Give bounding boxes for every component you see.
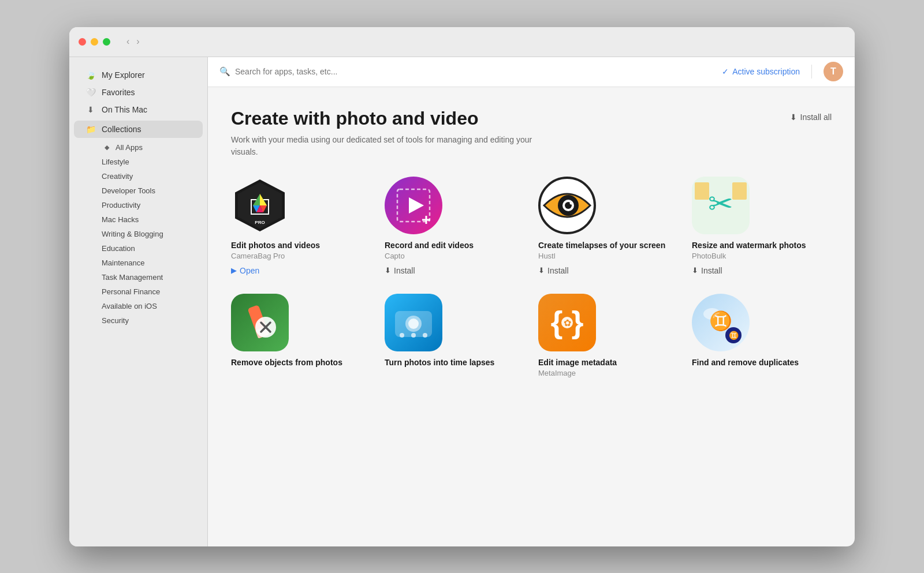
sidebar-label-security: Security [102, 316, 129, 325]
minimize-button[interactable] [91, 38, 98, 46]
app-name-4: Remove objects from photos [231, 357, 371, 368]
user-avatar[interactable]: T [824, 62, 843, 81]
app-card-name-0: Edit photos and videos CameraBag Pro [231, 240, 371, 260]
sidebar-item-security[interactable]: Security [74, 313, 203, 328]
sidebar-label-creativity: Creativity [102, 172, 133, 181]
photobulk-icon-svg: ✂ [692, 177, 750, 234]
sidebar-label-available-on-ios: Available on iOS [102, 302, 157, 310]
sidebar-label-all-apps: All Apps [116, 143, 143, 152]
sidebar-item-maintenance[interactable]: Maintenance [74, 256, 203, 270]
sidebar-label-on-this-mac: On This Mac [102, 105, 147, 114]
app-card-name-5: Turn photos into time lapses [385, 357, 524, 368]
close-button[interactable] [79, 38, 86, 46]
app-card-find-duplicates: ♊ ♊ Find and remove duplicates [692, 294, 832, 377]
camerabag-pro-icon-svg: PRO [231, 177, 289, 234]
app-action-0[interactable]: ▶ Open [231, 266, 371, 275]
sidebar-item-on-this-mac[interactable]: ⬇ On This Mac [74, 101, 203, 118]
nav-arrows: ‹ › [124, 35, 142, 48]
sidebar-label-writing-blogging: Writing & Blogging [102, 230, 163, 238]
app-action-3[interactable]: ⬇ Install [692, 266, 832, 275]
sidebar-item-personal-finance[interactable]: Personal Finance [74, 284, 203, 299]
sidebar-item-all-apps[interactable]: ◆ All Apps [74, 140, 203, 155]
app-card-name-2: Create timelapses of your screen Hustl [538, 240, 678, 260]
search-bar: 🔍 ✓ Active subscription T [208, 57, 855, 87]
app-card-remove-objects: Remove objects from photos [231, 294, 371, 377]
user-initial: T [830, 66, 836, 77]
app-card-time-lapses: Turn photos into time lapses [385, 294, 524, 377]
app-icon-camerabag-pro: PRO [231, 177, 289, 234]
titlebar: ‹ › [69, 27, 855, 57]
search-input[interactable] [235, 67, 717, 76]
svg-text:✂: ✂ [708, 187, 733, 220]
capto-icon-svg [385, 177, 442, 234]
app-icon-remove-objects [231, 294, 289, 351]
sidebar-collections-section: 📁 Collections [69, 121, 207, 138]
download-icon-3: ⬇ [692, 266, 698, 275]
svg-point-13 [570, 201, 573, 204]
app-name-5: Turn photos into time lapses [385, 357, 524, 368]
install-all-button[interactable]: ⬇ Install all [790, 113, 832, 122]
app-card-name-4: Remove objects from photos [231, 357, 371, 368]
metaimage-icon-svg: { } ✿ [538, 294, 596, 351]
heart-icon: 🤍 [85, 88, 96, 97]
download-icon-1: ⬇ [385, 266, 391, 275]
sidebar-label-developer-tools: Developer Tools [102, 186, 155, 195]
app-subname-6: MetaImage [538, 369, 678, 377]
main-layout: 🍃 My Explorer 🤍 Favorites ⬇ On This Mac … [69, 57, 855, 546]
sidebar-item-collections[interactable]: 📁 Collections [74, 121, 203, 138]
sidebar-label-my-explorer: My Explorer [102, 70, 145, 80]
sidebar-label-education: Education [102, 244, 135, 253]
app-subname-2: Hustl [538, 252, 678, 260]
app-icon-metaimage: { } ✿ [538, 294, 596, 351]
app-card-camerabag-pro: PRO Edit photos and videos CameraBag Pro… [231, 177, 371, 275]
sidebar-label-mac-hacks: Mac Hacks [102, 215, 139, 224]
app-name-2: Create timelapses of your screen [538, 240, 678, 250]
action-label-1: Install [394, 266, 415, 275]
app-card-photobulk: ✂ Resize and watermark photos PhotoBulk [692, 177, 832, 275]
app-icon-photobulk: ✂ [692, 177, 750, 234]
sidebar-item-my-explorer[interactable]: 🍃 My Explorer [74, 66, 203, 84]
svg-text:PRO: PRO [255, 220, 264, 225]
find-duplicates-icon-svg: ♊ ♊ [692, 294, 750, 351]
sidebar-item-task-management[interactable]: Task Management [74, 270, 203, 284]
app-icon-find-duplicates: ♊ ♊ [692, 294, 750, 351]
install-all-icon: ⬇ [790, 113, 797, 122]
back-button[interactable]: ‹ [124, 35, 132, 48]
sidebar-item-productivity[interactable]: Productivity [74, 198, 203, 212]
collection-header: Create with photo and video ⬇ Install al… [231, 108, 832, 129]
play-icon: ▶ [231, 266, 237, 275]
subscription-badge: ✓ Active subscription [722, 67, 800, 76]
app-action-2[interactable]: ⬇ Install [538, 266, 678, 275]
app-card-name-7: Find and remove duplicates [692, 357, 832, 368]
sidebar-item-lifestyle[interactable]: Lifestyle [74, 155, 203, 169]
forward-button[interactable]: › [134, 35, 141, 48]
remove-objects-icon-svg [231, 294, 289, 351]
sidebar-top-section: 🍃 My Explorer 🤍 Favorites ⬇ On This Mac [69, 66, 207, 118]
app-icon-hustl [538, 177, 596, 234]
sidebar-item-education[interactable]: Education [74, 241, 203, 256]
svg-text:♊: ♊ [709, 310, 732, 332]
sidebar-item-developer-tools[interactable]: Developer Tools [74, 183, 203, 198]
app-subname-0: CameraBag Pro [231, 252, 371, 260]
sidebar: 🍃 My Explorer 🤍 Favorites ⬇ On This Mac … [69, 57, 208, 546]
collection-title: Create with photo and video [231, 108, 478, 129]
sidebar-item-mac-hacks[interactable]: Mac Hacks [74, 212, 203, 227]
app-name-7: Find and remove duplicates [692, 357, 832, 368]
app-card-capto: Record and edit videos Capto ⬇ Install [385, 177, 524, 275]
maximize-button[interactable] [103, 38, 110, 46]
sidebar-sub-section: ◆ All Apps Lifestyle Creativity Develope… [69, 140, 207, 328]
app-action-1[interactable]: ⬇ Install [385, 266, 524, 275]
leaf-icon: 🍃 [85, 70, 96, 80]
vertical-separator [811, 65, 812, 78]
sidebar-item-creativity[interactable]: Creativity [74, 169, 203, 183]
app-name-1: Record and edit videos [385, 240, 524, 250]
app-card-hustl: Create timelapses of your screen Hustl ⬇… [538, 177, 678, 275]
check-icon: ✓ [722, 67, 729, 76]
app-subname-1: Capto [385, 252, 524, 260]
app-name-0: Edit photos and videos [231, 240, 371, 250]
sidebar-item-writing-blogging[interactable]: Writing & Blogging [74, 227, 203, 241]
sidebar-item-available-on-ios[interactable]: Available on iOS [74, 299, 203, 313]
folder-icon: 📁 [85, 125, 96, 134]
sidebar-label-collections: Collections [102, 125, 141, 134]
sidebar-item-favorites[interactable]: 🤍 Favorites [74, 84, 203, 101]
